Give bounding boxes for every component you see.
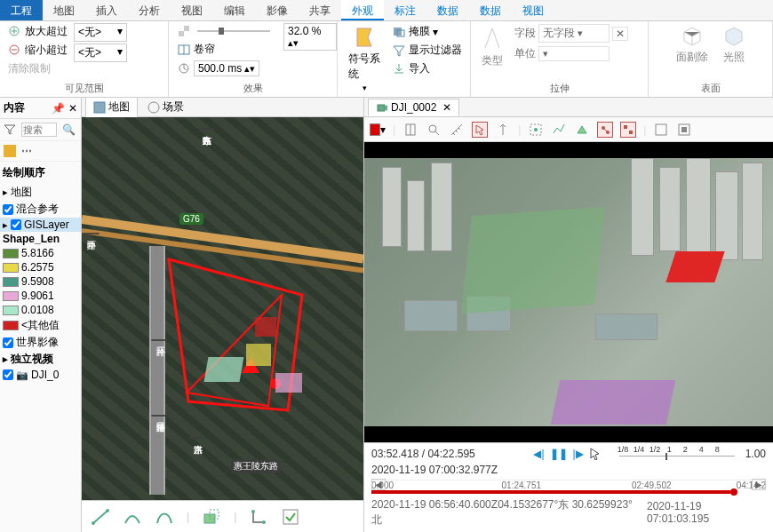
swipe-button[interactable]: 卷帘: [174, 41, 276, 58]
legend-0[interactable]: 5.8166: [0, 246, 81, 260]
finish-tool[interactable]: [281, 507, 300, 527]
svg-line-34: [603, 128, 608, 132]
legend-3[interactable]: 9.9061: [0, 289, 81, 303]
extrude-type[interactable]: 类型: [476, 23, 508, 70]
select-icon[interactable]: [472, 122, 488, 138]
curve-tool[interactable]: [155, 507, 174, 527]
speed-value: 1.00: [745, 448, 766, 460]
legend-1[interactable]: 6.2575: [0, 260, 81, 274]
contents-title: 内容: [4, 100, 48, 115]
rect-tool[interactable]: [249, 507, 268, 527]
step-fwd[interactable]: |▶: [573, 448, 584, 460]
tab-data2[interactable]: 数据: [469, 0, 512, 20]
clear-limit[interactable]: 清除限制: [5, 60, 70, 77]
video-canvas[interactable]: [364, 142, 773, 442]
filter-icon[interactable]: [4, 123, 16, 136]
layer-gis[interactable]: ▸GISLayer: [0, 218, 81, 232]
transparency-slider[interactable]: [174, 23, 276, 39]
zoom-out-beyond[interactable]: 缩小超过: [5, 42, 70, 59]
tab-share[interactable]: 共享: [299, 0, 341, 20]
group-surface-label: 表面: [654, 80, 767, 95]
layer-dji[interactable]: 📷 DJI_0: [0, 368, 81, 382]
svg-rect-12: [94, 102, 105, 113]
svg-rect-37: [656, 124, 666, 135]
search-icon[interactable]: 🔍: [62, 123, 76, 136]
book-icon[interactable]: [402, 122, 418, 138]
tab-image[interactable]: 影像: [256, 0, 299, 20]
svg-rect-25: [378, 105, 385, 111]
svg-rect-3: [179, 26, 184, 31]
mask-button[interactable]: 掩膜 ▾: [389, 23, 465, 40]
timeline[interactable]: 0.000 01:24.751 02:49.502 04:14.2 ◀ ▶: [371, 480, 766, 496]
tab-map[interactable]: 地图: [43, 0, 85, 20]
filter-button[interactable]: 显示过滤器: [389, 42, 465, 59]
time-display: 03:52.418 / 04:22.595: [371, 448, 505, 460]
line-tool[interactable]: [91, 507, 110, 527]
flicker-button[interactable]: 500.0 ms ▴▾: [174, 60, 276, 77]
link2-icon[interactable]: [620, 122, 636, 138]
arc-tool[interactable]: [123, 507, 142, 527]
footer-right: 2020-11-19 07:01:03.195: [647, 500, 766, 525]
pause[interactable]: ❚❚: [550, 448, 568, 460]
polyline-icon[interactable]: [551, 122, 567, 138]
zoom-out-select[interactable]: <无> ▾: [74, 44, 127, 62]
zoom-pct[interactable]: 32.0 % ▴▾: [283, 23, 337, 51]
step-back[interactable]: ◀|: [533, 448, 544, 460]
zoom-in-beyond[interactable]: 放大超过: [5, 23, 70, 40]
legend-other[interactable]: <其他值: [0, 317, 81, 334]
map-tab[interactable]: 地图: [85, 97, 138, 117]
tab-appearance[interactable]: 外观: [341, 0, 384, 20]
playhead[interactable]: [730, 488, 737, 496]
tab-insert[interactable]: 插入: [85, 0, 128, 20]
point-icon[interactable]: [528, 122, 544, 138]
more-icon[interactable]: ⋯: [21, 145, 34, 157]
video-pane: DJI_0002 ✕ ▾ | | |: [364, 98, 773, 532]
svg-rect-36: [629, 131, 633, 134]
video-toolbar: ▾ | | |: [364, 117, 773, 142]
map-canvas[interactable]: G76 东虹路东虹路 二环路 二环路辅道 东洪路 惠王陵东路 中环路: [82, 117, 363, 500]
tab-label[interactable]: 标注: [384, 0, 426, 20]
range-start[interactable]: ◀: [371, 479, 386, 490]
zoom-video-icon[interactable]: [426, 122, 442, 138]
symbology-button[interactable]: 符号系统▾: [343, 23, 386, 94]
scene-tab[interactable]: 场景: [139, 97, 192, 117]
trace-tool[interactable]: [202, 507, 221, 527]
close-video-tab[interactable]: ✕: [442, 101, 451, 114]
tab-project[interactable]: 工程: [0, 0, 43, 20]
face-cull[interactable]: 面剔除: [671, 23, 713, 67]
svg-point-13: [148, 102, 159, 113]
tab-view2[interactable]: 视图: [512, 0, 554, 20]
indep-video-header[interactable]: ▸ 独立视频: [0, 351, 81, 368]
import-button[interactable]: 导入: [389, 60, 465, 77]
measure-icon[interactable]: [449, 122, 465, 138]
extent2-icon[interactable]: [676, 122, 692, 138]
legend-4[interactable]: 0.0108: [0, 303, 81, 317]
color-picker[interactable]: ▾: [370, 122, 386, 138]
list-by-drawing-icon[interactable]: [4, 145, 16, 157]
group-extrude-label: 拉伸: [476, 80, 642, 95]
tab-edit[interactable]: 编辑: [213, 0, 256, 20]
layer-world[interactable]: 世界影像: [0, 334, 81, 351]
tab-data1[interactable]: 数据: [426, 0, 469, 20]
lighting[interactable]: 光照: [717, 23, 751, 67]
tab-view[interactable]: 视图: [171, 0, 213, 20]
zoom-in-select[interactable]: <无> ▾: [74, 23, 127, 42]
pin-icon[interactable]: 📌: [52, 102, 65, 115]
map-node[interactable]: ▸ 地图: [0, 184, 81, 201]
layer-mix[interactable]: 混合参考: [0, 201, 81, 218]
shape-len-header: Shape_Len: [0, 232, 81, 246]
timestamp-display: 2020-11-19 07:00:32.977Z: [371, 464, 498, 476]
legend-2[interactable]: 9.5908: [0, 274, 81, 289]
speed-slider[interactable]: 1/8 1/4 1/2 1 2 4 8: [619, 448, 735, 460]
extent1-icon[interactable]: [653, 122, 669, 138]
video-tab[interactable]: DJI_0002 ✕: [368, 99, 459, 116]
tab-analysis[interactable]: 分析: [128, 0, 171, 20]
polygon-icon[interactable]: [574, 122, 590, 138]
svg-point-18: [92, 521, 95, 525]
link1-icon[interactable]: [597, 122, 613, 138]
range-end[interactable]: ▶: [752, 479, 766, 490]
search-input[interactable]: [21, 123, 57, 137]
close-icon[interactable]: ✕: [68, 102, 77, 115]
north-icon[interactable]: [495, 122, 511, 138]
svg-point-19: [106, 509, 109, 512]
